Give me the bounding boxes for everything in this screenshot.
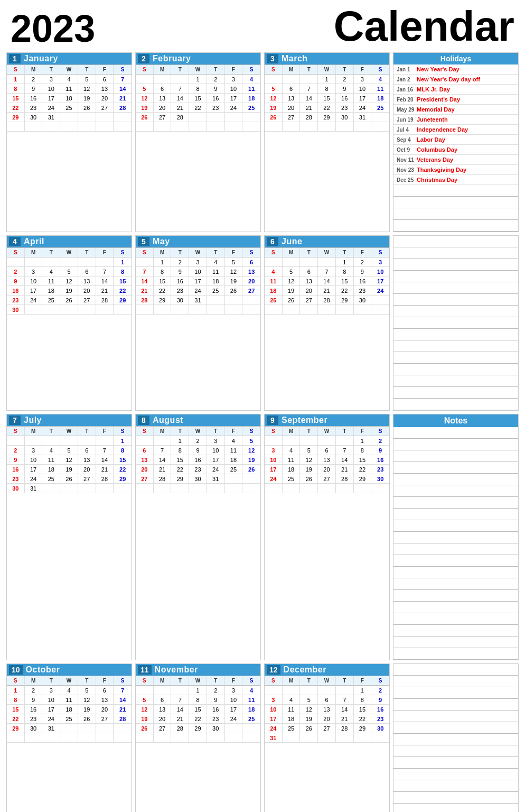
cal-day: 9 xyxy=(207,84,225,94)
cal-day: 28 xyxy=(171,113,189,122)
cal-day: 7 xyxy=(114,75,132,84)
day-header: T xyxy=(336,65,354,75)
cal-day: 15 xyxy=(7,94,25,103)
note-line xyxy=(393,710,518,722)
cal-day: 12 xyxy=(283,276,301,286)
day-header: T xyxy=(171,248,189,257)
holiday-date: May 29 xyxy=(397,107,417,113)
cal-day: 17 xyxy=(354,94,372,103)
cal-day: 10 xyxy=(207,446,225,455)
cal-day: 29 xyxy=(189,724,207,733)
month-name-june: June xyxy=(282,237,302,246)
day-header: F xyxy=(354,248,372,257)
cal-day: 14 xyxy=(114,84,132,94)
day-header: M xyxy=(154,248,172,257)
day-header: W xyxy=(60,427,78,436)
cal-day: 27 xyxy=(300,296,318,305)
cal-day: 2 xyxy=(189,436,207,446)
cal-day: 15 xyxy=(354,455,372,465)
note-line xyxy=(393,687,518,699)
cal-day: 6 xyxy=(154,695,172,705)
day-header: W xyxy=(60,65,78,75)
cal-day xyxy=(265,75,283,84)
cal-day: 28 xyxy=(171,724,189,733)
cal-day: 30 xyxy=(371,724,389,733)
holiday-name: Veterans Day xyxy=(417,156,453,163)
cal-day: 13 xyxy=(318,455,336,465)
holiday-item: Nov 23Thanksgiving Day xyxy=(393,165,518,175)
cal-day: 19 xyxy=(60,286,78,296)
day-header: S xyxy=(371,676,389,686)
holiday-blank-line xyxy=(393,185,518,197)
cal-day: 12 xyxy=(225,267,243,276)
cal-day: 20 xyxy=(154,103,172,113)
cal-day: 22 xyxy=(114,286,132,296)
cal-day xyxy=(265,436,283,446)
cal-day xyxy=(225,733,243,743)
day-header: T xyxy=(336,676,354,686)
cal-day: 24 xyxy=(42,714,60,724)
holiday-name: Labor Day xyxy=(417,136,445,143)
cal-day: 19 xyxy=(265,103,283,113)
day-header: F xyxy=(96,427,114,436)
cal-day: 22 xyxy=(318,103,336,113)
month-number-3: 3 xyxy=(267,54,278,63)
cal-day: 19 xyxy=(136,714,154,724)
cal-day: 17 xyxy=(189,276,207,286)
page-header: 2023 Calendar xyxy=(0,0,525,50)
cal-day: 19 xyxy=(60,465,78,474)
cal-day: 9 xyxy=(7,455,25,465)
day-header: F xyxy=(225,65,243,75)
cal-day: 23 xyxy=(371,714,389,724)
cal-day: 15 xyxy=(318,94,336,103)
cal-day: 11 xyxy=(371,84,389,94)
cal-day xyxy=(60,122,78,132)
cal-day: 19 xyxy=(225,276,243,286)
month-name-september: September xyxy=(282,416,327,425)
holiday-date: Jan 1 xyxy=(397,67,417,72)
note-line xyxy=(393,271,518,282)
cal-day: 7 xyxy=(96,267,114,276)
cal-day: 13 xyxy=(318,705,336,714)
month-october: 10OctoberSMTWTFS123456789101112131415161… xyxy=(6,663,132,812)
cal-day: 15 xyxy=(154,276,172,286)
month-name-april: April xyxy=(24,237,44,246)
cal-day: 15 xyxy=(171,455,189,465)
cal-day xyxy=(114,113,132,122)
cal-day: 16 xyxy=(25,94,43,103)
holiday-name: Independence Day xyxy=(417,126,468,133)
holiday-blank-line xyxy=(393,220,518,232)
cal-day xyxy=(136,484,154,493)
month-march: 3MarchSMTWTFS123456789101112131415161718… xyxy=(264,52,390,232)
day-header: M xyxy=(25,676,43,686)
cal-day: 12 xyxy=(60,455,78,465)
cal-day: 6 xyxy=(136,446,154,455)
cal-day: 29 xyxy=(114,474,132,484)
cal-day: 10 xyxy=(371,267,389,276)
cal-day: 10 xyxy=(25,455,43,465)
cal-day xyxy=(60,257,78,267)
note-line xyxy=(393,306,518,317)
cal-day: 16 xyxy=(189,455,207,465)
day-header: W xyxy=(189,65,207,75)
cal-day: 3 xyxy=(25,446,43,455)
cal-day: 18 xyxy=(265,286,283,296)
cal-day: 7 xyxy=(154,446,172,455)
cal-day xyxy=(242,305,260,315)
cal-day: 8 xyxy=(354,446,372,455)
cal-day: 17 xyxy=(42,705,60,714)
cal-day: 24 xyxy=(42,103,60,113)
cal-day: 10 xyxy=(265,455,283,465)
cal-day xyxy=(154,733,172,743)
cal-day: 4 xyxy=(283,695,301,705)
day-header: S xyxy=(265,427,283,436)
cal-day xyxy=(136,686,154,695)
cal-day: 6 xyxy=(283,84,301,94)
holiday-name: MLK Jr. Day xyxy=(417,86,450,93)
cal-day: 19 xyxy=(300,465,318,474)
cal-day xyxy=(300,75,318,84)
cal-day xyxy=(225,305,243,315)
holiday-item: Dec 25Christmas Day xyxy=(393,175,518,185)
cal-day xyxy=(300,257,318,267)
day-header: T xyxy=(207,427,225,436)
